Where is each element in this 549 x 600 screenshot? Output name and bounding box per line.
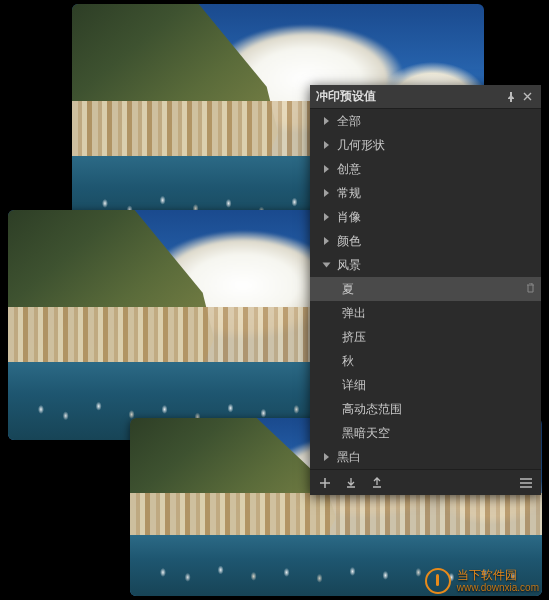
chevron-right-icon [324, 165, 329, 173]
panel-header: 冲印预设值 [310, 85, 541, 109]
chevron-right-icon [324, 141, 329, 149]
preset-label: 弹出 [342, 305, 541, 322]
watermark-logo-icon [425, 568, 451, 594]
category-label: 创意 [337, 161, 541, 178]
watermark: 当下软件园 www.downxia.com [425, 568, 539, 594]
panel-footer [310, 469, 541, 495]
preset-list: 全部几何形状创意常规肖像颜色风景夏弹出挤压秋详细高动态范围黑暗天空黑白 [310, 109, 541, 469]
import-icon[interactable] [342, 474, 360, 492]
category-label: 风景 [337, 257, 541, 274]
delete-icon[interactable] [526, 283, 535, 295]
chevron-right-icon [324, 189, 329, 197]
chevron-right-icon [324, 213, 329, 221]
category-4[interactable]: 肖像 [310, 205, 541, 229]
preset-item-4[interactable]: 详细 [310, 373, 541, 397]
category-label: 颜色 [337, 233, 541, 250]
category-label: 肖像 [337, 209, 541, 226]
category-6[interactable]: 风景 [310, 253, 541, 277]
category-5[interactable]: 颜色 [310, 229, 541, 253]
preset-item-6[interactable]: 黑暗天空 [310, 421, 541, 445]
preset-item-3[interactable]: 秋 [310, 349, 541, 373]
watermark-name: 当下软件园 [457, 569, 539, 582]
add-icon[interactable] [316, 474, 334, 492]
close-icon[interactable] [519, 89, 535, 105]
category-2[interactable]: 创意 [310, 157, 541, 181]
preset-item-2[interactable]: 挤压 [310, 325, 541, 349]
preset-item-1[interactable]: 弹出 [310, 301, 541, 325]
chevron-right-icon [324, 117, 329, 125]
preset-label: 详细 [342, 377, 541, 394]
chevron-right-icon [324, 237, 329, 245]
preset-label: 夏 [342, 281, 526, 298]
category-label: 常规 [337, 185, 541, 202]
category-last[interactable]: 黑白 [310, 445, 541, 469]
presets-panel: 冲印预设值 全部几何形状创意常规肖像颜色风景夏弹出挤压秋详细高动态范围黑暗天空黑… [310, 85, 541, 495]
export-icon[interactable] [368, 474, 386, 492]
chevron-right-icon [323, 263, 331, 268]
chevron-right-icon [324, 453, 329, 461]
preset-label: 黑暗天空 [342, 425, 541, 442]
menu-icon[interactable] [517, 474, 535, 492]
category-label: 几何形状 [337, 137, 541, 154]
category-1[interactable]: 几何形状 [310, 133, 541, 157]
preset-label: 秋 [342, 353, 541, 370]
watermark-url: www.downxia.com [457, 582, 539, 593]
category-label: 全部 [337, 113, 541, 130]
category-label: 黑白 [337, 449, 541, 466]
preset-label: 高动态范围 [342, 401, 541, 418]
category-3[interactable]: 常规 [310, 181, 541, 205]
category-0[interactable]: 全部 [310, 109, 541, 133]
pin-icon[interactable] [503, 89, 519, 105]
panel-title: 冲印预设值 [316, 88, 503, 105]
preset-item-0[interactable]: 夏 [310, 277, 541, 301]
preset-item-5[interactable]: 高动态范围 [310, 397, 541, 421]
preset-label: 挤压 [342, 329, 541, 346]
